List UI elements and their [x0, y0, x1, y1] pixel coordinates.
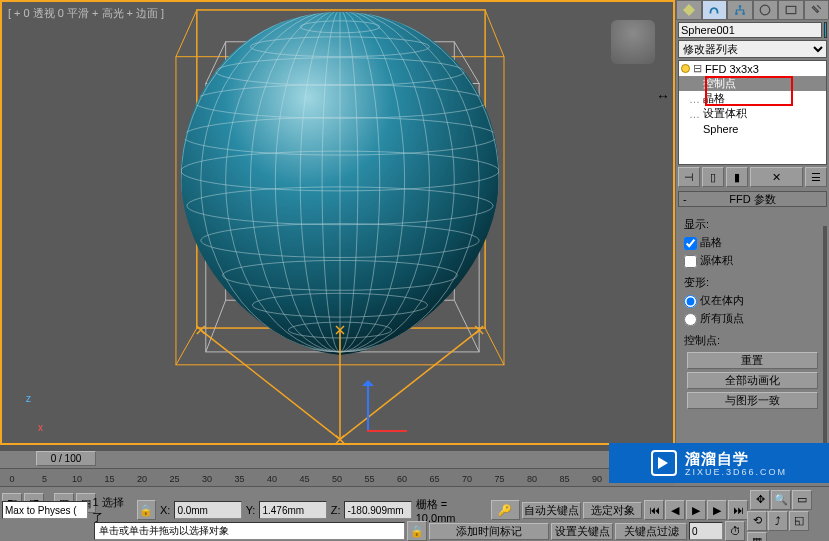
time-tick: 25 — [169, 474, 179, 484]
minus-icon: - — [683, 193, 687, 205]
subobject-control-points[interactable]: 控制点 — [679, 76, 826, 91]
time-tick: 60 — [397, 474, 407, 484]
svg-line-4 — [485, 328, 504, 365]
time-tick: 75 — [494, 474, 504, 484]
base-object-sphere[interactable]: Sphere — [679, 121, 826, 136]
svg-rect-46 — [786, 6, 796, 13]
tab-create[interactable] — [676, 0, 702, 20]
key-mode-button[interactable]: 🔑 — [491, 500, 520, 520]
all-verts-radio[interactable]: 所有顶点 — [684, 309, 821, 327]
goto-end-button[interactable]: ⏭ — [728, 500, 748, 520]
next-frame-button[interactable]: ▶ — [707, 500, 727, 520]
play-icon — [651, 450, 677, 476]
in-volume-radio[interactable]: 仅在体内 — [684, 291, 821, 309]
configure-sets-button[interactable]: ☰ — [805, 167, 827, 187]
svg-line-2 — [176, 10, 197, 57]
tab-motion[interactable] — [753, 0, 779, 20]
lattice-checkbox[interactable]: 晶格 — [684, 233, 821, 251]
make-unique-button[interactable]: ▮ — [726, 167, 748, 187]
rollout-header-ffd-params[interactable]: - FFD 参数 — [678, 191, 827, 207]
viewport-label[interactable]: [ + 0 透视 0 平滑 + 高光 + 边面 ] — [8, 6, 164, 21]
tab-display[interactable] — [778, 0, 804, 20]
modifier-row-ffd[interactable]: ⊟ FFD 3x3x3 — [679, 61, 826, 76]
panel-scrollbar[interactable] — [823, 226, 827, 450]
nav-orbit-button[interactable]: ⟲ — [747, 511, 767, 531]
add-time-tag-button[interactable]: 添加时间标记 — [429, 523, 549, 540]
time-tick: 40 — [267, 474, 277, 484]
time-ruler[interactable]: 0510152025303540455055606570758085909510… — [0, 468, 675, 486]
time-slider-knob[interactable]: 0 / 100 — [36, 451, 96, 466]
key-filter-button[interactable]: 关键点过滤 — [615, 523, 687, 540]
svg-rect-43 — [735, 12, 737, 14]
nav-min-button[interactable]: ▦ — [747, 532, 767, 542]
time-config-button[interactable]: ⏱ — [725, 521, 745, 541]
source-volume-checkbox[interactable]: 源体积 — [684, 251, 821, 269]
transform-gizmo[interactable] — [337, 372, 397, 442]
remove-modifier-button[interactable]: ✕ — [750, 167, 803, 187]
tab-hierarchy[interactable] — [727, 0, 753, 20]
nav-zoom-button[interactable]: 🔍 — [771, 490, 791, 510]
time-tick: 20 — [137, 474, 147, 484]
svg-rect-44 — [742, 12, 744, 14]
viewcube[interactable] — [611, 20, 655, 64]
time-tag-lock-icon[interactable]: 🔒 — [407, 521, 427, 541]
z-coord-field[interactable]: -180.909mm — [344, 501, 411, 519]
svg-line-3 — [485, 10, 504, 57]
timeline[interactable]: 0 / 100 05101520253035404550556065707580… — [0, 450, 675, 486]
time-tick: 5 — [42, 474, 47, 484]
time-tick: 10 — [72, 474, 82, 484]
viewport-perspective[interactable]: [ + 0 透视 0 平滑 + 高光 + 边面 ] — [0, 0, 675, 445]
time-tick: 50 — [332, 474, 342, 484]
nav-pan-button[interactable]: ✥ — [750, 490, 770, 510]
goto-start-button[interactable]: ⏮ — [644, 500, 664, 520]
prompt-line: 单击或单击并拖动以选择对象 — [94, 522, 405, 540]
nav-walk-button[interactable]: ⤴ — [768, 511, 788, 531]
cp-group-label: 控制点: — [684, 331, 821, 349]
set-key-button[interactable]: 设置关键点 — [551, 523, 613, 540]
deform-group-label: 变形: — [684, 273, 821, 291]
resize-cursor-icon: ↔ — [656, 88, 670, 104]
subobject-lattice[interactable]: 晶格 — [679, 91, 826, 106]
tab-modify[interactable] — [702, 0, 728, 20]
object-color-swatch[interactable] — [824, 22, 827, 38]
y-coord-field[interactable]: 1.476mm — [259, 501, 326, 519]
script-listener[interactable]: Max to Physes ( — [2, 501, 88, 519]
object-name-field[interactable] — [678, 22, 822, 38]
time-tick: 80 — [527, 474, 537, 484]
time-tick: 30 — [202, 474, 212, 484]
conform-button[interactable]: 与图形一致 — [687, 392, 819, 409]
show-end-result-button[interactable]: ▯ — [702, 167, 724, 187]
watermark-overlay: 溜溜自学 ZIXUE.3D66.COM — [609, 443, 829, 483]
modifier-stack[interactable]: ⊟ FFD 3x3x3 控制点 晶格 设置体积 Sphere — [678, 60, 827, 165]
axis-tripod: z x — [10, 393, 50, 433]
time-tick: 65 — [429, 474, 439, 484]
play-button[interactable]: ▶ — [686, 500, 706, 520]
svg-line-11 — [206, 300, 226, 352]
pin-stack-button[interactable]: ⊣ — [678, 167, 700, 187]
selected-target-button[interactable]: 选定对象 — [583, 502, 642, 519]
reset-button[interactable]: 重置 — [687, 352, 819, 369]
grid-label: 栅格 = 10.0mm — [416, 497, 487, 524]
nav-fov-button[interactable]: ▭ — [792, 490, 812, 510]
subobject-set-volume[interactable]: 设置体积 — [679, 106, 826, 121]
time-tick: 85 — [559, 474, 569, 484]
collapse-icon[interactable]: ⊟ — [693, 62, 702, 75]
modifier-list-dropdown[interactable]: 修改器列表 — [678, 40, 827, 58]
svg-point-45 — [760, 5, 770, 15]
x-coord-field[interactable]: 0.0mm — [174, 501, 241, 519]
time-tick: 35 — [234, 474, 244, 484]
display-group-label: 显示: — [684, 215, 821, 233]
svg-rect-42 — [739, 5, 741, 7]
nav-max-button[interactable]: ◱ — [789, 511, 809, 531]
animate-all-button[interactable]: 全部动画化 — [687, 372, 819, 389]
auto-key-button[interactable]: 自动关键点 — [522, 502, 581, 519]
time-tick: 45 — [299, 474, 309, 484]
time-tick: 55 — [364, 474, 374, 484]
prev-frame-button[interactable]: ◀ — [665, 500, 685, 520]
current-frame-field[interactable]: 0 — [689, 522, 723, 540]
lock-icon[interactable]: 🔒 — [137, 500, 156, 520]
tab-utilities[interactable] — [804, 0, 830, 20]
lightbulb-icon[interactable] — [681, 64, 690, 73]
time-tick: 90 — [592, 474, 602, 484]
status-bar: ◧ ◨ ▦ ▤ Max to Physes ( 1 选择了 🔒 X: 0.0mm… — [0, 486, 829, 541]
